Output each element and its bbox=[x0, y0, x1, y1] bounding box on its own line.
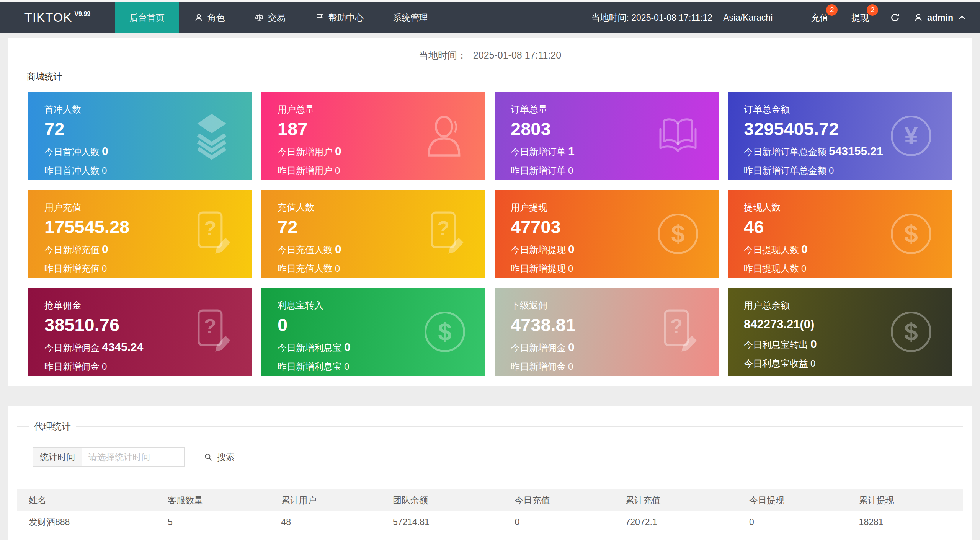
card-line-value: 0 bbox=[829, 165, 834, 176]
table-row: 发财酒888 5 48 57214.81 0 72072.1 0 18281 bbox=[17, 511, 963, 534]
dollar-circle-icon: $ bbox=[888, 308, 934, 356]
doc-question-icon: ? bbox=[422, 210, 468, 258]
local-time: 当地时间: 2025-01-08 17:11:12 bbox=[591, 12, 712, 24]
table-header-row: 姓名 客服数量 累计用户 团队余额 今日充值 累计充值 今日提现 累计提现 bbox=[17, 489, 963, 511]
dollar-circle-icon: $ bbox=[888, 210, 934, 258]
card-line-value: 0 bbox=[801, 243, 808, 255]
open-book-icon bbox=[655, 112, 701, 160]
brand-logo[interactable]: TIKTOK V9.99 bbox=[0, 2, 115, 33]
stat-card-total-user-balance: 用户总余额 842273.21(0) 今日利息宝转出0 今日利息宝收益0 $ bbox=[728, 288, 952, 376]
col-header: 累计提现 bbox=[848, 489, 963, 511]
cell: 0 bbox=[738, 511, 848, 534]
cell: 57214.81 bbox=[381, 511, 503, 534]
card-line-value: 0 bbox=[335, 165, 340, 176]
card-line-label: 昨日新增提现 bbox=[511, 263, 566, 274]
nav-item-label: 帮助中心 bbox=[328, 12, 364, 24]
card-line-value: 0 bbox=[344, 341, 351, 353]
stat-card-sub-rebate: 下级返佣 4738.81 今日新增佣金0 昨日新增佣金0 ? bbox=[495, 288, 719, 376]
nav-item-system[interactable]: 系统管理 bbox=[378, 2, 443, 33]
col-header: 累计充值 bbox=[614, 489, 738, 511]
col-header: 客服数量 bbox=[156, 489, 270, 511]
agent-table: 姓名 客服数量 累计用户 团队余额 今日充值 累计充值 今日提现 累计提现 发财… bbox=[17, 489, 963, 540]
cell: 13 bbox=[270, 534, 381, 540]
card-line-value: 0 bbox=[102, 361, 107, 372]
stat-time-input[interactable] bbox=[82, 447, 185, 467]
card-line-label: 今日新增提现 bbox=[511, 245, 566, 255]
cell: 0 bbox=[503, 534, 614, 540]
cell: 0 bbox=[503, 511, 614, 534]
svg-text:?: ? bbox=[670, 315, 683, 338]
stat-card-grab-commission: 抢单佣金 38510.76 今日新增佣金4345.24 昨日新增佣金0 ? bbox=[28, 288, 252, 376]
search-button-label: 搜索 bbox=[217, 451, 235, 463]
nav-item-roles[interactable]: 角色 bbox=[179, 2, 240, 33]
dollar-circle-icon: $ bbox=[422, 308, 468, 356]
card-line-value: 4345.24 bbox=[102, 341, 143, 353]
card-line-label: 昨日新增充值 bbox=[44, 263, 100, 274]
flag-icon bbox=[315, 13, 325, 23]
recharge-badge: 2 bbox=[826, 4, 838, 16]
stat-card-grid: 首冲人数 72 今日首冲人数0 昨日首冲人数0 用户总量 187 今日新增用户0… bbox=[28, 92, 952, 376]
doc-question-icon: ? bbox=[189, 308, 235, 356]
agent-stats-panel: 代理统计 统计时间 搜索 姓名 客服数量 累计用户 团队余额 今日充值 累计充值 bbox=[8, 406, 972, 540]
person-icon bbox=[913, 13, 923, 23]
top-navbar: TIKTOK V9.99 后台首页 角色 交易 帮助中心 系统管理 当地时间: … bbox=[0, 2, 980, 33]
svg-text:?: ? bbox=[204, 315, 216, 338]
cell: 3122.4 bbox=[614, 534, 738, 540]
card-line-label: 今日提现人数 bbox=[744, 245, 799, 255]
doc-question-icon: ? bbox=[655, 308, 701, 356]
col-header: 姓名 bbox=[17, 489, 156, 511]
card-line-value: 543155.21 bbox=[829, 145, 883, 157]
recharge-label: 充值 bbox=[811, 13, 828, 23]
panel-time-value: 2025-01-08 17:11:20 bbox=[473, 50, 561, 60]
search-button[interactable]: 搜索 bbox=[193, 447, 245, 467]
layers-icon bbox=[189, 112, 235, 160]
card-line-value: 0 bbox=[335, 145, 341, 157]
col-header: 累计用户 bbox=[270, 489, 381, 511]
stat-card-total-order-amount: 订单总金额 3295405.72 今日新增订单总金额543155.21 昨日新增… bbox=[728, 92, 952, 180]
brand-version: V9.99 bbox=[74, 11, 90, 18]
brand-name: TIKTOK bbox=[24, 10, 72, 25]
card-line-label: 今日新增利息宝 bbox=[278, 343, 342, 353]
cell: 2110 bbox=[848, 534, 963, 540]
panel-time-label: 当地时间： bbox=[419, 50, 467, 60]
card-line-value: 0 bbox=[810, 338, 817, 350]
cell: 发财酒888 bbox=[17, 511, 156, 534]
nav-item-trade[interactable]: 交易 bbox=[240, 2, 300, 33]
cell: 1843.5 bbox=[381, 534, 503, 540]
yen-circle-icon: ¥ bbox=[888, 112, 934, 160]
refresh-icon[interactable] bbox=[890, 12, 900, 23]
withdraw-button[interactable]: 提现 2 bbox=[851, 12, 869, 24]
legend-title: 代理统计 bbox=[29, 420, 76, 432]
card-line-value: 0 bbox=[102, 165, 107, 176]
card-line-label: 今日利息宝转出 bbox=[744, 339, 808, 350]
card-line-label: 今日新增佣金 bbox=[44, 343, 100, 353]
stat-card-recharge-users: 充值人数 72 今日充值人数0 昨日充值人数0 ? bbox=[261, 190, 485, 278]
recharge-button[interactable]: 充值 2 bbox=[811, 12, 828, 24]
timezone: Asia/Karachi bbox=[723, 13, 773, 23]
card-line-label: 昨日新增利息宝 bbox=[278, 361, 342, 372]
withdraw-label: 提现 bbox=[851, 13, 869, 23]
nav-item-help-center[interactable]: 帮助中心 bbox=[300, 2, 378, 33]
card-line-value: 0 bbox=[568, 341, 575, 353]
card-line-label: 今日新增用户 bbox=[278, 147, 333, 157]
nav-item-label: 系统管理 bbox=[393, 12, 428, 24]
stat-card-interest-transfer-in: 利息宝转入 0 今日新增利息宝0 昨日新增利息宝0 $ bbox=[261, 288, 485, 376]
divider bbox=[17, 484, 963, 484]
card-line-label: 昨日首冲人数 bbox=[44, 165, 100, 176]
filter-bar: 统计时间 搜索 bbox=[33, 447, 963, 467]
cell: 5 bbox=[156, 511, 270, 534]
card-line-label: 今日新增订单 bbox=[511, 147, 566, 157]
nav-item-home[interactable]: 后台首页 bbox=[115, 2, 179, 33]
nav-item-label: 交易 bbox=[268, 12, 286, 24]
legend-line bbox=[76, 426, 963, 427]
withdraw-badge: 2 bbox=[867, 4, 878, 16]
nav-item-label: 角色 bbox=[207, 12, 225, 24]
cell: 0 bbox=[738, 534, 848, 540]
card-line-value: 0 bbox=[102, 263, 107, 274]
svg-text:?: ? bbox=[437, 217, 449, 240]
cell: 1 bbox=[156, 534, 270, 540]
card-line-label: 昨日新增佣金 bbox=[44, 361, 100, 372]
cell: 发财哥888 bbox=[17, 534, 156, 540]
stat-card-first-charge-users: 首冲人数 72 今日首冲人数0 昨日首冲人数0 bbox=[28, 92, 252, 180]
user-menu[interactable]: admin bbox=[913, 13, 967, 23]
